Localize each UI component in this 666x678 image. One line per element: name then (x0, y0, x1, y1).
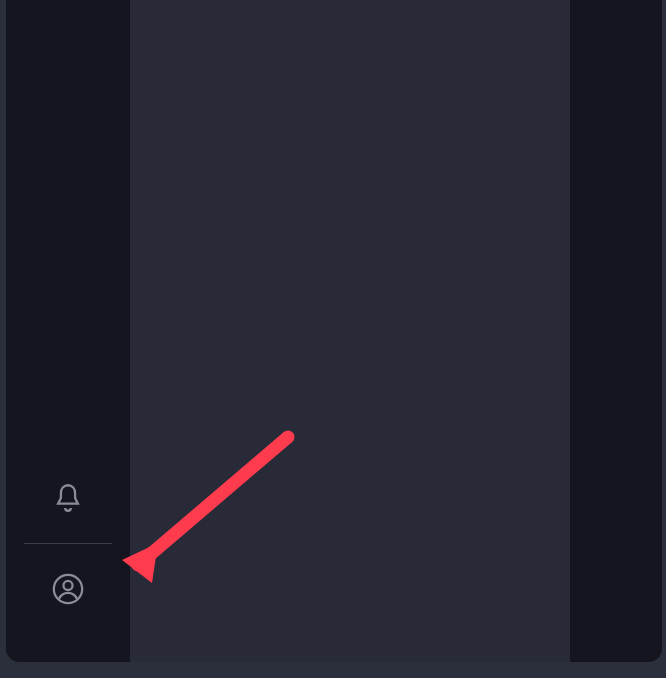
sidebar (6, 0, 130, 662)
right-gutter (570, 0, 662, 662)
bell-icon (51, 481, 85, 515)
account-button[interactable] (24, 544, 112, 634)
app-window (6, 0, 662, 662)
content-panel (130, 0, 570, 662)
svg-point-1 (63, 581, 72, 590)
account-circle-icon (51, 572, 85, 606)
notifications-button[interactable] (24, 453, 112, 543)
